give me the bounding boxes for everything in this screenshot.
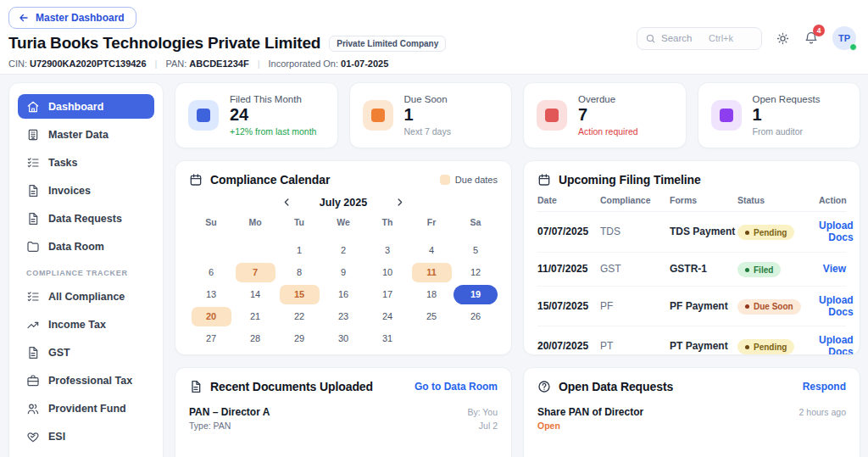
user-avatar[interactable]: TP bbox=[832, 26, 856, 50]
open-data-requests-title: Open Data Requests bbox=[559, 380, 673, 393]
weekday-label: Tu bbox=[277, 217, 321, 232]
calendar-day-15[interactable]: 15 bbox=[280, 285, 320, 304]
status-badge: Pending bbox=[737, 339, 794, 354]
recent-documents-card: Recent Documents Uploaded Go to Data Roo… bbox=[175, 367, 512, 457]
calendar-day-4[interactable]: 4 bbox=[412, 241, 452, 260]
timeline-compliance: TDS bbox=[600, 226, 670, 237]
stat-square-icon bbox=[188, 100, 219, 131]
calendar-day-22[interactable]: 22 bbox=[280, 307, 320, 326]
calendar-day-24[interactable]: 24 bbox=[368, 307, 408, 326]
previous-month-button[interactable] bbox=[280, 195, 294, 209]
sidebar-item-data-requests[interactable]: Data Requests bbox=[18, 206, 154, 231]
calendar-cell: 31 bbox=[365, 328, 409, 348]
calendar-cell: 12 bbox=[453, 262, 498, 282]
sidebar-item-label: Income Tax bbox=[48, 319, 106, 331]
respond-link[interactable]: Respond bbox=[803, 381, 846, 393]
sidebar-item-invoices[interactable]: Invoices bbox=[18, 178, 154, 203]
calendar-day-10[interactable]: 10 bbox=[368, 263, 408, 282]
sidebar-item-label: Data Requests bbox=[48, 213, 122, 225]
timeline-action-link[interactable]: Upload Docs bbox=[819, 294, 854, 318]
request-time: 2 hours ago bbox=[799, 406, 846, 420]
calendar-day-6[interactable]: 6 bbox=[192, 263, 231, 282]
avatar-initials: TP bbox=[838, 33, 850, 43]
sidebar-item-data-room[interactable]: Data Room bbox=[18, 234, 154, 259]
status-badge: Due Soon bbox=[737, 299, 801, 315]
global-search[interactable]: Ctrl+k bbox=[637, 27, 762, 50]
timeline-action-link[interactable]: Upload Docs bbox=[819, 334, 854, 355]
sidebar-item-label: Master Data bbox=[48, 129, 108, 141]
calendar-day-29[interactable]: 29 bbox=[280, 329, 320, 348]
weekday-label: Sa bbox=[453, 217, 498, 232]
calendar-day-16[interactable]: 16 bbox=[324, 285, 364, 304]
timeline-action-link[interactable]: View bbox=[819, 263, 846, 275]
calendar-cell: 22 bbox=[277, 306, 321, 326]
timeline-action-link[interactable]: Upload Docs bbox=[819, 220, 854, 243]
stat-value: 1 bbox=[404, 105, 451, 125]
search-icon bbox=[645, 33, 656, 44]
sidebar-item-label: Provident Fund bbox=[48, 403, 126, 415]
master-dashboard-back-button[interactable]: Master Dashboard bbox=[8, 7, 136, 29]
calendar-day-28[interactable]: 28 bbox=[236, 329, 275, 348]
data-request-list-item[interactable]: Share PAN of Director Open 2 hours ago bbox=[537, 406, 846, 431]
compliance-calendar-card: Compliance Calendar Due dates July 2025 … bbox=[175, 160, 512, 355]
calendar-day-8[interactable]: 8 bbox=[280, 263, 320, 282]
stat-card-due-soon: Due Soon1Next 7 days bbox=[349, 82, 513, 148]
calendar-day-27[interactable]: 27 bbox=[192, 329, 231, 348]
checklist-icon bbox=[26, 290, 40, 304]
calendar-cell bbox=[233, 240, 277, 260]
calendar-day-2[interactable]: 2 bbox=[324, 241, 364, 260]
calendar-day-19[interactable]: 19 bbox=[453, 285, 498, 304]
calendar-cell: 1 bbox=[277, 240, 321, 260]
calendar-cell: 8 bbox=[277, 262, 321, 282]
calendar-day-11[interactable]: 11 bbox=[412, 263, 452, 282]
calendar-day-26[interactable]: 26 bbox=[456, 307, 496, 326]
calendar-day-21[interactable]: 21 bbox=[236, 307, 275, 326]
calendar-cell: 9 bbox=[321, 262, 365, 282]
sidebar-item-gst[interactable]: GST bbox=[18, 340, 154, 365]
calendar-day-30[interactable]: 30 bbox=[324, 329, 364, 348]
calendar-day-31[interactable]: 31 bbox=[368, 329, 408, 348]
sidebar-item-all-compliance[interactable]: All Compliance bbox=[18, 284, 154, 309]
calendar-day-23[interactable]: 23 bbox=[324, 307, 364, 326]
sidebar-item-tasks[interactable]: Tasks bbox=[18, 150, 154, 175]
calendar-day-20[interactable]: 20 bbox=[192, 307, 231, 326]
sidebar-item-income-tax[interactable]: Income Tax bbox=[18, 312, 154, 337]
sidebar-item-dashboard[interactable]: Dashboard bbox=[18, 94, 154, 119]
calendar-day-3[interactable]: 3 bbox=[368, 241, 408, 260]
stat-value: 1 bbox=[753, 105, 821, 125]
sidebar-item-master-data[interactable]: Master Data bbox=[18, 122, 154, 147]
calendar-day-1[interactable]: 1 bbox=[280, 241, 320, 260]
go-to-data-room-link[interactable]: Go to Data Room bbox=[415, 381, 498, 393]
sidebar-item-label: All Compliance bbox=[48, 291, 125, 303]
stat-card-filed-this-month: Filed This Month24+12% from last month bbox=[175, 82, 338, 148]
next-month-button[interactable] bbox=[392, 195, 407, 209]
sidebar-item-professional-tax[interactable]: Professional Tax bbox=[18, 368, 154, 393]
timeline-table-body: 07/07/2025TDSTDS PaymentPendingUpload Do… bbox=[537, 212, 846, 355]
timeline-date: 15/07/2025 bbox=[537, 300, 600, 312]
calendar-day-7[interactable]: 7 bbox=[236, 263, 275, 282]
stat-value: 7 bbox=[578, 105, 638, 125]
calendar-cell: 6 bbox=[189, 262, 233, 282]
stat-label: Open Requests bbox=[753, 94, 821, 104]
timeline-compliance: PF bbox=[600, 300, 670, 312]
timeline-row: 11/07/2025GSTGSTR-1FiledView bbox=[537, 253, 846, 287]
timeline-date: 20/07/2025 bbox=[537, 340, 600, 352]
theme-toggle-button[interactable] bbox=[776, 31, 790, 46]
calendar-day-17[interactable]: 17 bbox=[368, 285, 408, 304]
calendar-day-9[interactable]: 9 bbox=[324, 263, 364, 282]
sidebar-item-esi[interactable]: ESI bbox=[18, 424, 154, 449]
sidebar-item-provident-fund[interactable]: Provident Fund bbox=[18, 396, 154, 421]
timeline-form: PT Payment bbox=[670, 340, 737, 352]
notifications-button[interactable]: 4 bbox=[804, 31, 819, 46]
search-input[interactable] bbox=[661, 33, 704, 43]
calendar-day-5[interactable]: 5 bbox=[456, 241, 496, 260]
timeline-compliance: PT bbox=[600, 340, 670, 352]
meta-divider: | bbox=[155, 59, 158, 69]
calendar-day-13[interactable]: 13 bbox=[192, 285, 231, 304]
pan-value: ABCDE1234F bbox=[189, 59, 248, 69]
calendar-day-14[interactable]: 14 bbox=[236, 285, 275, 304]
calendar-day-12[interactable]: 12 bbox=[456, 263, 496, 282]
document-list-item[interactable]: PAN – Director A Type: PAN By: You Jul 2 bbox=[189, 406, 498, 433]
calendar-day-18[interactable]: 18 bbox=[412, 285, 452, 304]
calendar-day-25[interactable]: 25 bbox=[412, 307, 452, 326]
